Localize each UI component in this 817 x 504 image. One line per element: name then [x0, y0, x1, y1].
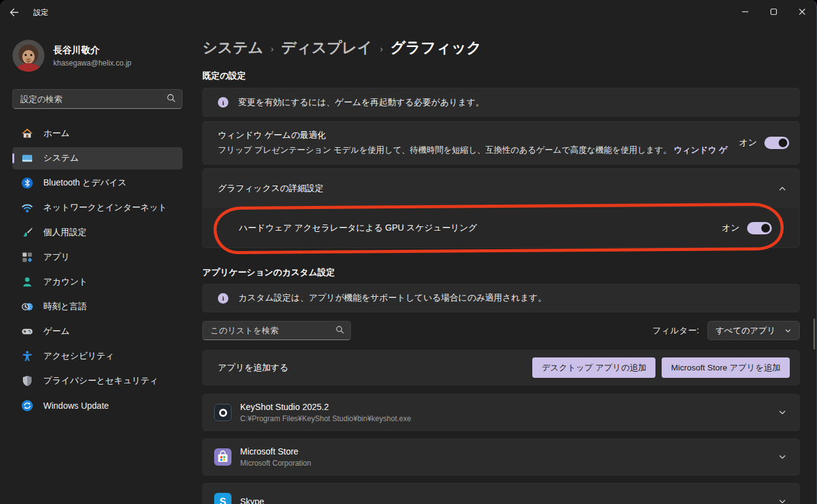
advanced-graphics-title: グラフィックスの詳細設定: [218, 183, 778, 194]
sidebar: 長谷川敬介 khasegawa@helix.co.jp ホーム システム: [0, 25, 195, 504]
sidebar-item-label: ゲーム: [43, 326, 70, 337]
app-name: Microsoft Store: [240, 446, 769, 456]
app-row-microsoft-store[interactable]: Microsoft Store Microsoft Corporation: [202, 438, 800, 476]
search-icon: [335, 325, 344, 336]
back-button[interactable]: [0, 2, 26, 23]
default-settings-heading: 既定の設定: [202, 70, 800, 82]
add-app-card: アプリを追加する デスクトップ アプリの追加 Microsoft Store ア…: [202, 350, 800, 385]
app-name: Skype: [240, 497, 769, 504]
filter-dropdown[interactable]: すべてのアプリ: [707, 321, 800, 340]
sidebar-item-privacy[interactable]: プライバシーとセキュリティ: [12, 370, 183, 392]
privacy-shield-icon: [21, 375, 33, 387]
network-icon: [21, 202, 33, 214]
sidebar-item-apps[interactable]: アプリ: [12, 246, 183, 268]
maximize-icon: [770, 7, 777, 18]
app-publisher: Microsoft Corporation: [240, 459, 769, 468]
system-icon: [21, 152, 33, 164]
app-row-skype[interactable]: S Skype: [202, 483, 800, 504]
breadcrumb-system[interactable]: システム: [202, 38, 263, 58]
profile-email: khasegawa@helix.co.jp: [53, 59, 131, 67]
chevron-down-icon[interactable]: [778, 497, 787, 504]
game-optimization-description: フリップ プレゼンテーション モデルを使用して、待機時間を短縮し、互換性のあるゲ…: [218, 145, 728, 156]
apps-icon: [21, 251, 33, 263]
breadcrumb-separator: ›: [380, 41, 383, 54]
user-profile[interactable]: 長谷川敬介 khasegawa@helix.co.jp: [12, 38, 183, 73]
microsoft-store-icon: [214, 448, 231, 466]
sidebar-item-windows-update[interactable]: Windows Update: [12, 395, 183, 417]
back-arrow-icon: [7, 6, 19, 19]
gpu-scheduling-label: ハードウェア アクセラレータによる GPU スケジューリング: [239, 223, 722, 234]
custom-settings-heading: アプリケーションのカスタム設定: [202, 267, 800, 278]
chevron-up-icon[interactable]: [778, 184, 787, 193]
gpu-scheduling-toggle[interactable]: [747, 222, 772, 234]
time-language-icon: [21, 301, 33, 313]
gaming-icon: [21, 325, 33, 338]
game-optimization-toggle[interactable]: [764, 137, 789, 149]
list-controls-row: フィルター: すべてのアプリ: [202, 321, 800, 340]
game-optimization-learn-more-link[interactable]: ウィンドウ ゲームの最適化の詳細情報: [674, 145, 728, 155]
sidebar-item-label: 時刻と言語: [43, 301, 87, 312]
window-title: 設定: [33, 7, 48, 18]
add-app-label: アプリを追加する: [218, 362, 532, 374]
sidebar-item-label: Windows Update: [43, 401, 109, 411]
sidebar-item-network[interactable]: ネットワークとインターネット: [12, 197, 183, 219]
chevron-down-icon: [784, 327, 792, 335]
skype-icon: S: [214, 493, 231, 504]
app-path: C:¥Program Files¥KeyShot Studio¥bin¥keys…: [240, 414, 769, 423]
app-name: KeyShot Studio 2025.2: [240, 402, 769, 412]
search-icon: [166, 93, 176, 105]
windows-update-icon: [21, 399, 33, 412]
main-content: システム › ディスプレイ › グラフィック 既定の設定 i 変更を有効にするに…: [195, 25, 816, 504]
add-desktop-app-button[interactable]: デスクトップ アプリの追加: [532, 357, 655, 378]
sidebar-item-bluetooth[interactable]: Bluetooth とデバイス: [12, 172, 183, 194]
personalization-icon: [21, 226, 33, 239]
gpu-scheduling-toggle-label: オン: [722, 223, 740, 234]
custom-settings-infobar-text: カスタム設定は、アプリが機能をサポートしている場合にのみ適用されます。: [238, 293, 547, 304]
sidebar-item-personalization[interactable]: 個人用設定: [12, 221, 183, 244]
avatar: [12, 40, 45, 72]
advanced-graphics-header[interactable]: グラフィックスの詳細設定: [203, 169, 799, 208]
titlebar: 設定: [0, 0, 816, 25]
add-store-app-button[interactable]: Microsoft Store アプリを追加: [662, 357, 790, 378]
game-optimization-toggle-label: オン: [739, 137, 757, 148]
info-icon: i: [218, 293, 228, 304]
close-icon: [798, 7, 806, 18]
sidebar-item-system[interactable]: システム: [12, 147, 183, 169]
profile-name: 長谷川敬介: [53, 45, 131, 56]
restart-infobar-text: 変更を有効にするには、ゲームを再起動する必要があります。: [238, 97, 484, 108]
custom-settings-infobar: i カスタム設定は、アプリが機能をサポートしている場合にのみ適用されます。: [202, 284, 800, 312]
sidebar-item-time-language[interactable]: 時刻と言語: [12, 296, 183, 318]
gpu-scheduling-row: ハードウェア アクセラレータによる GPU スケジューリング オン: [203, 208, 799, 247]
sidebar-item-label: ホーム: [43, 128, 70, 139]
game-optimization-title: ウィンドウ ゲームの最適化: [218, 130, 728, 141]
accounts-icon: [21, 276, 33, 288]
settings-window: 設定: [0, 0, 817, 504]
minimize-button[interactable]: [731, 1, 759, 24]
sidebar-item-label: システム: [43, 153, 79, 164]
settings-search-input[interactable]: [20, 95, 166, 104]
vertical-scrollbar[interactable]: [813, 318, 815, 349]
sidebar-item-accessibility[interactable]: アクセシビリティ: [12, 345, 183, 367]
sidebar-item-gaming[interactable]: ゲーム: [12, 320, 183, 343]
settings-search-box[interactable]: [12, 89, 183, 109]
svg-text:S: S: [220, 497, 227, 504]
filter-label: フィルター:: [652, 325, 699, 336]
sidebar-item-home[interactable]: ホーム: [12, 122, 183, 145]
sidebar-item-label: アプリ: [43, 252, 70, 263]
sidebar-item-accounts[interactable]: アカウント: [12, 271, 183, 293]
info-icon: i: [218, 97, 228, 108]
bluetooth-icon: [21, 177, 33, 189]
app-row-keyshot[interactable]: KeyShot Studio 2025.2 C:¥Program Files¥K…: [202, 394, 800, 431]
list-search-box[interactable]: [202, 321, 351, 340]
breadcrumb-display[interactable]: ディスプレイ: [281, 38, 372, 58]
sidebar-item-label: アカウント: [43, 276, 88, 288]
minimize-icon: [741, 7, 749, 18]
breadcrumb-separator: ›: [270, 41, 274, 54]
close-button[interactable]: [788, 1, 816, 24]
chevron-down-icon[interactable]: [778, 408, 787, 417]
maximize-button[interactable]: [759, 1, 788, 24]
list-search-input[interactable]: [210, 326, 335, 335]
chevron-down-icon[interactable]: [778, 453, 787, 461]
sidebar-item-label: 個人用設定: [43, 227, 87, 238]
sidebar-nav: ホーム システム Bluetooth とデバイス ネットワークとインターネット: [12, 122, 183, 417]
